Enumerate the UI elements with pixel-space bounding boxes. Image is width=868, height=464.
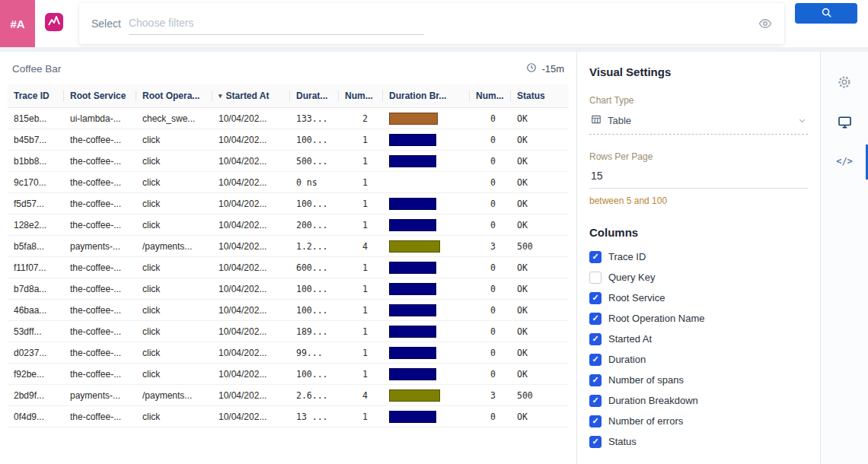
cell-status: OK bbox=[511, 172, 569, 193]
cell-num-spans: 1 bbox=[339, 172, 383, 193]
cell-started-at: 10/04/202... bbox=[212, 321, 290, 342]
cell-root-operation: click bbox=[136, 215, 212, 236]
col-header-duration[interactable]: Durat... bbox=[290, 84, 339, 108]
column-toggle[interactable]: ✓ Root Service bbox=[589, 288, 808, 308]
filter-placeholder: Choose filters bbox=[129, 17, 194, 29]
checkbox[interactable]: ✓ bbox=[589, 292, 602, 304]
table-row[interactable]: 128e2... the-coffee-... click 10/04/202.… bbox=[8, 215, 569, 236]
cell-status: OK bbox=[511, 193, 569, 215]
column-toggle[interactable]: ✓ Root Operation Name bbox=[589, 308, 808, 329]
column-toggle[interactable]: ✓ Duration Breakdown bbox=[589, 390, 808, 411]
cell-started-at: 10/04/202... bbox=[212, 236, 290, 257]
cell-duration-breakdown bbox=[383, 278, 470, 300]
table-row[interactable]: b1bb8... the-coffee-... click 10/04/202.… bbox=[8, 151, 569, 172]
col-header-started-at[interactable]: ▾Started At bbox=[212, 84, 290, 108]
column-toggle[interactable]: ✓ Status bbox=[589, 431, 808, 452]
duration-bar bbox=[389, 411, 436, 423]
filter-input[interactable]: Choose filters bbox=[129, 13, 424, 35]
checkbox[interactable]: ✓ bbox=[589, 251, 602, 263]
checkbox[interactable]: ✓ bbox=[589, 374, 602, 386]
checkbox[interactable]: ✓ bbox=[589, 415, 602, 427]
col-header-num-errors[interactable]: Num... bbox=[470, 84, 511, 108]
cell-num-errors: 0 bbox=[470, 108, 511, 129]
chart-type-select[interactable]: Table bbox=[589, 107, 808, 135]
cell-duration: 99... bbox=[290, 342, 339, 364]
cell-root-operation: click bbox=[136, 278, 212, 300]
column-toggle[interactable]: Query Key bbox=[589, 267, 808, 288]
col-header-label: Durat... bbox=[296, 91, 327, 101]
gear-icon[interactable] bbox=[835, 73, 854, 91]
rows-per-page-input[interactable]: 15 bbox=[589, 162, 808, 189]
cell-num-errors: 0 bbox=[470, 257, 511, 278]
column-toggle[interactable]: ✓ Number of errors bbox=[589, 411, 808, 431]
search-button[interactable] bbox=[795, 3, 857, 24]
table-row[interactable]: f11f07... the-coffee-... click 10/04/202… bbox=[8, 257, 569, 278]
filter-select-label: Select bbox=[91, 17, 121, 30]
cell-num-spans: 1 bbox=[339, 193, 383, 215]
table-row[interactable]: 2bd9f... payments-... /payments... 10/04… bbox=[8, 385, 569, 406]
cell-trace-id: 46baa... bbox=[8, 300, 64, 321]
checkbox[interactable]: ✓ bbox=[589, 354, 602, 366]
table-row[interactable]: 9c170... the-coffee-... click 10/04/202.… bbox=[8, 172, 569, 193]
table-row[interactable]: 53dff... the-coffee-... click 10/04/202.… bbox=[8, 321, 569, 342]
col-header-label: Num... bbox=[476, 91, 504, 101]
checkbox[interactable]: ✓ bbox=[589, 395, 602, 407]
checkbox[interactable]: ✓ bbox=[589, 436, 602, 448]
cell-num-spans: 1 bbox=[339, 300, 383, 321]
cell-duration-breakdown bbox=[383, 364, 470, 385]
table-row[interactable]: f92be... the-coffee-... click 10/04/202.… bbox=[8, 364, 569, 385]
app-logo[interactable] bbox=[35, 0, 73, 47]
table-row[interactable]: f5d57... the-coffee-... click 10/04/202.… bbox=[8, 193, 569, 215]
time-range-button[interactable]: -15m bbox=[526, 62, 564, 75]
cell-started-at: 10/04/202... bbox=[212, 385, 290, 406]
cell-num-spans: 1 bbox=[339, 364, 383, 385]
columns-section-title: Columns bbox=[589, 226, 808, 239]
cell-duration: 13 ... bbox=[290, 406, 339, 427]
visual-settings-title: Visual Settings bbox=[589, 65, 808, 78]
cell-started-at: 10/04/202... bbox=[212, 278, 290, 300]
table-row[interactable]: d0237... the-coffee-... click 10/04/202.… bbox=[8, 342, 569, 364]
cell-trace-id: b5fa8... bbox=[8, 236, 64, 257]
checkbox[interactable]: ✓ bbox=[589, 313, 602, 325]
cell-trace-id: b45b7... bbox=[8, 129, 64, 151]
table-row[interactable]: b45b7... the-coffee-... click 10/04/202.… bbox=[8, 129, 569, 151]
col-header-root-operation[interactable]: Root Opera... bbox=[136, 84, 212, 108]
duration-bar bbox=[389, 240, 440, 253]
visual-settings-panel: Visual Settings Chart Type Table Rows Pe… bbox=[577, 52, 821, 464]
checkbox[interactable]: ✓ bbox=[589, 333, 602, 345]
column-toggle-label: Query Key bbox=[608, 272, 655, 283]
col-header-status[interactable]: Status bbox=[511, 84, 569, 108]
column-toggle[interactable]: ✓ Number of spans bbox=[589, 370, 808, 390]
table-row[interactable]: 815eb... ui-lambda-... check_swe... 10/0… bbox=[8, 108, 569, 129]
cell-duration: 500... bbox=[290, 151, 339, 172]
cell-trace-id: 53dff... bbox=[8, 321, 64, 342]
cell-root-service: the-coffee-... bbox=[64, 300, 136, 321]
cell-root-service: the-coffee-... bbox=[64, 215, 136, 236]
cell-num-errors: 0 bbox=[470, 215, 511, 236]
col-header-num-spans[interactable]: Num... bbox=[339, 84, 383, 108]
code-tab-icon[interactable]: </> bbox=[835, 152, 854, 170]
col-header-label: Status bbox=[517, 91, 545, 101]
col-header-trace-id[interactable]: Trace ID bbox=[8, 84, 64, 108]
column-toggle[interactable]: ✓ Duration bbox=[589, 349, 808, 370]
cell-num-errors: 0 bbox=[470, 300, 511, 321]
cell-root-service: the-coffee-... bbox=[64, 129, 136, 151]
checkbox[interactable] bbox=[589, 272, 602, 284]
col-header-duration-breakdown[interactable]: Duration Br... bbox=[383, 84, 470, 108]
display-tab-icon[interactable] bbox=[835, 113, 854, 131]
cell-trace-id: b7d8a... bbox=[8, 278, 64, 300]
column-toggle[interactable]: ✓ Trace ID bbox=[589, 246, 808, 267]
cell-trace-id: b1bb8... bbox=[8, 151, 64, 172]
col-header-root-service[interactable]: Root Service bbox=[64, 84, 136, 108]
cell-started-at: 10/04/202... bbox=[212, 406, 290, 427]
table-row[interactable]: 0f4d9... the-coffee-... click 10/04/202.… bbox=[8, 406, 569, 427]
table-row[interactable]: b7d8a... the-coffee-... click 10/04/202.… bbox=[8, 278, 569, 300]
eye-icon[interactable] bbox=[758, 17, 772, 30]
cell-num-errors: 0 bbox=[470, 278, 511, 300]
cell-duration: 0 ns bbox=[290, 172, 339, 193]
table-row[interactable]: 46baa... the-coffee-... click 10/04/202.… bbox=[8, 300, 569, 321]
cell-duration: 200... bbox=[290, 215, 339, 236]
cell-duration-breakdown bbox=[383, 236, 470, 257]
column-toggle[interactable]: ✓ Started At bbox=[589, 329, 808, 349]
table-row[interactable]: b5fa8... payments-... /payments... 10/04… bbox=[8, 236, 569, 257]
